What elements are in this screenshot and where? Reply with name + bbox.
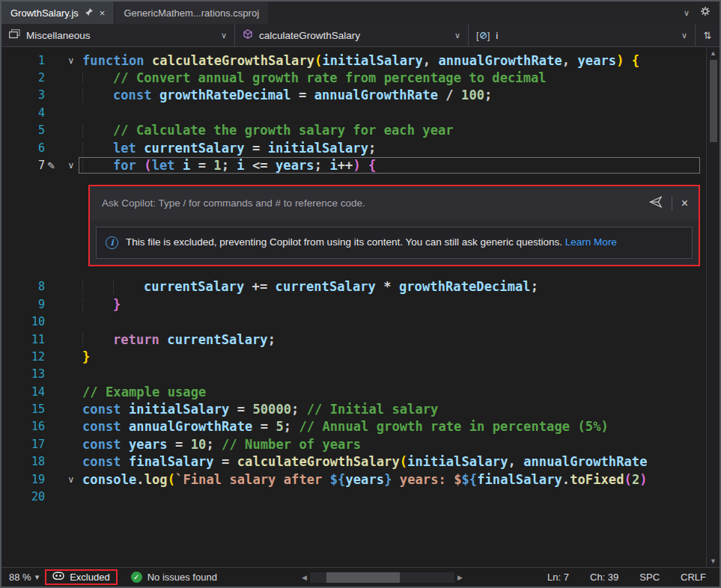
code-text: // Calculate the growth salary for each … (82, 123, 706, 138)
code-text: currentSalary += currentSalary * growthR… (82, 279, 706, 294)
copilot-input-row: × (90, 186, 699, 221)
edit-pen-icon[interactable]: ✎ (45, 160, 60, 171)
navigation-bar: Miscellaneous ∨ calculateGrowthSalary ∨ … (1, 24, 720, 47)
fold-chevron-icon[interactable]: ∨ (60, 474, 82, 485)
code-text: const annualGrowthRate = 5; // Annual gr… (82, 419, 706, 434)
tabbar-controls: ∨ (675, 1, 720, 24)
line-number[interactable]: 9 (1, 298, 45, 311)
scope-label: Miscellaneous (26, 30, 91, 41)
split-editor-icon[interactable]: ⇅ (696, 24, 720, 46)
local-variable-icon: [] (476, 30, 490, 41)
code-line-14[interactable]: 14// Example usage (1, 383, 706, 400)
code-line-10[interactable]: 10 (1, 313, 706, 330)
line-indicator[interactable]: Ln: 7 (547, 572, 569, 583)
close-icon[interactable]: × (681, 197, 688, 210)
line-number[interactable]: 8 (1, 280, 45, 293)
hscrollbar-thumb[interactable] (326, 572, 400, 583)
code-line-6[interactable]: 6let currentSalary = initialSalary; (1, 139, 706, 156)
scrollbar-thumb[interactable] (710, 60, 717, 142)
message: This file is excluded, preventing Copilo… (126, 236, 562, 248)
code-line-15[interactable]: 15const initialSalary = 50000; // Initia… (1, 400, 706, 417)
scroll-right-icon[interactable]: ▶ (457, 574, 463, 581)
line-number[interactable]: 16 (1, 420, 45, 433)
line-number[interactable]: 4 (1, 106, 45, 120)
code-line-8[interactable]: 8currentSalary += currentSalary * growth… (1, 278, 706, 295)
code-line-7[interactable]: 7✎∨for (let i = 1; i <= years; i++) { (1, 156, 706, 174)
line-number[interactable]: 5 (1, 123, 45, 137)
copilot-excluded-indicator[interactable]: Excluded (45, 569, 117, 585)
status-bar: 88 % ▾ Excluded ✓ No issues found ◀ ▶ Ln… (1, 567, 720, 587)
code-line-1[interactable]: 1∨function calculateGrowthSalary(initial… (1, 52, 706, 69)
chevron-down-icon[interactable]: ∨ (684, 8, 690, 18)
tab-growthsalary[interactable]: GrowthSalary.js × (1, 1, 114, 24)
code-line-3[interactable]: 3const growthRateDecimal = annualGrowthR… (1, 87, 706, 104)
line-number[interactable]: 1 (1, 54, 45, 67)
fold-chevron-icon[interactable]: ∨ (60, 55, 82, 66)
send-icon[interactable] (649, 196, 663, 211)
scroll-left-icon[interactable]: ◀ (302, 574, 307, 581)
code-text: } (82, 297, 706, 312)
info-icon: i (106, 236, 118, 249)
indent-guide (82, 334, 113, 347)
line-number[interactable]: 20 (1, 490, 45, 503)
code-line-16[interactable]: 16const annualGrowthRate = 5; // Annual … (1, 418, 706, 435)
zoom-value: 88 % (9, 572, 31, 583)
horizontal-scrollbar[interactable]: ◀ ▶ (302, 572, 463, 583)
indent-guide (82, 142, 113, 156)
code-line-19[interactable]: 19∨console.log(`Final salary after ${yea… (1, 471, 706, 488)
code-line-12[interactable]: 12} (1, 348, 706, 365)
chevron-down-icon: ∨ (447, 31, 460, 40)
copilot-input[interactable] (100, 197, 640, 209)
chevron-down-icon: ∨ (674, 31, 687, 40)
line-number[interactable]: 18 (1, 455, 45, 468)
context-label: i (496, 30, 498, 41)
code-editor[interactable]: 1∨function calculateGrowthSalary(initial… (1, 47, 706, 567)
spaces-indicator[interactable]: SPC (639, 572, 660, 583)
line-number[interactable]: 7 (1, 159, 45, 172)
excluded-label: Excluded (70, 572, 109, 583)
copilot-excluded-message: i This file is excluded, preventing Copi… (96, 227, 693, 259)
line-number[interactable]: 15 (1, 402, 45, 416)
line-number[interactable]: 3 (1, 88, 45, 102)
scope-icon (9, 29, 20, 41)
line-number[interactable]: 14 (1, 385, 45, 399)
line-number[interactable]: 19 (1, 473, 45, 486)
line-number[interactable]: 6 (1, 141, 45, 155)
zoom-control[interactable]: 88 % ▾ (9, 572, 39, 583)
indent-guide (82, 89, 113, 102)
pin-icon[interactable] (85, 7, 94, 19)
scroll-up-icon[interactable]: ▲ (710, 49, 717, 57)
code-line-11[interactable]: 11return currentSalary; (1, 331, 706, 348)
code-line-20[interactable]: 20 (1, 488, 706, 505)
column-indicator[interactable]: Ch: 39 (590, 572, 618, 583)
member-dropdown[interactable]: calculateGrowthSalary ∨ (235, 24, 469, 46)
learn-more-link[interactable]: Learn More (565, 236, 617, 248)
line-number[interactable]: 10 (1, 315, 45, 328)
line-ending-indicator[interactable]: CRLF (681, 572, 706, 583)
code-line-9[interactable]: 9} (1, 295, 706, 313)
context-dropdown[interactable]: [] i ∨ (469, 24, 696, 46)
scope-dropdown[interactable]: Miscellaneous ∨ (1, 24, 235, 46)
code-line-4[interactable]: 4 (1, 104, 706, 121)
line-number[interactable]: 17 (1, 438, 45, 451)
scroll-down-icon[interactable]: ▼ (710, 557, 717, 565)
issues-indicator[interactable]: ✓ No issues found (131, 572, 217, 583)
line-number[interactable]: 13 (1, 367, 45, 381)
code-line-5[interactable]: 5// Calculate the growth salary for each… (1, 122, 706, 139)
code-text: } (82, 349, 706, 364)
code-line-2[interactable]: 2// Convert annual growth rate from perc… (1, 69, 706, 86)
line-number[interactable]: 11 (1, 333, 45, 346)
hscrollbar-track[interactable] (310, 572, 454, 583)
code-text: for (let i = 1; i <= years; i++) { (79, 157, 700, 174)
tab-csproj[interactable]: GenericMathem...rations.csproj (114, 1, 268, 24)
code-line-17[interactable]: 17const years = 10; // Number of years (1, 435, 706, 453)
tab-label: GrowthSalary.js (10, 7, 79, 19)
line-number[interactable]: 2 (1, 71, 45, 85)
gear-icon[interactable] (700, 6, 711, 19)
vertical-scrollbar[interactable]: ▲ ▼ (706, 47, 720, 567)
close-icon[interactable]: × (100, 7, 106, 19)
line-number[interactable]: 12 (1, 350, 45, 364)
code-line-13[interactable]: 13 (1, 366, 706, 383)
indent-guide (82, 159, 113, 173)
code-line-18[interactable]: 18const finalSalary = calculateGrowthSal… (1, 453, 706, 471)
